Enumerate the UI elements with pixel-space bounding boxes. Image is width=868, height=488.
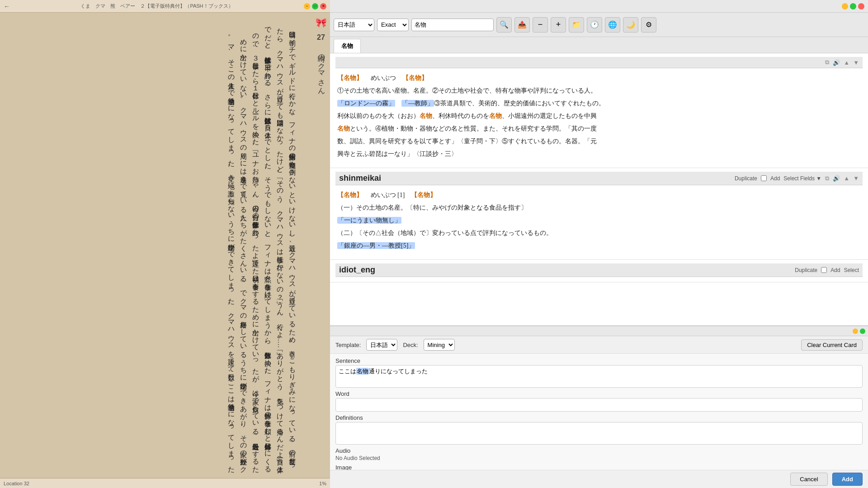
add-button[interactable]: Add <box>832 473 863 486</box>
definitions-input[interactable] <box>335 422 863 445</box>
entry1-word-kanji: 【名物】 <box>337 75 363 81</box>
chapter-label: 噂のクマさん <box>316 50 326 90</box>
dict-titlebar <box>330 0 868 13</box>
tab-meibutsu[interactable]: 名物 <box>334 39 361 53</box>
entry2-def1: （一）その土地の名産。〔特に、みやげの対象となる食品を指す〕 <box>337 202 861 214</box>
page-number: 27 <box>317 33 325 42</box>
dict-entry-2: shinmeikai Duplicate Add Select Fields ▼… <box>330 168 868 260</box>
language-select[interactable]: 日本語 <box>334 19 374 31</box>
anki-footer: Cancel Add <box>330 470 868 488</box>
add-label: Add <box>770 175 780 182</box>
entry1-def2: 「ロンドン—の霧」 「—教師」③茶道具類で、美術的、歴史的価値においてすぐれたも… <box>337 97 861 110</box>
entry2-word-kanji-2: 【名物】 <box>411 192 436 198</box>
book-title: くま クマ 熊 ベアー ２【電子版特典付】（PASH！ブックス） <box>10 3 304 9</box>
entry1-word-reading: めいぶつ <box>371 75 396 81</box>
sentence-label: Sentence <box>335 357 863 364</box>
word-input[interactable] <box>335 398 863 412</box>
history-button[interactable]: 🕐 <box>587 17 602 33</box>
moon-button[interactable]: 🌙 <box>623 17 638 33</box>
entry3-duplicate-label: Duplicate <box>795 267 817 273</box>
entry1-def1: ①その土地で名高い産物。名産。②その土地や社会で、特有な物事や評判になっている人… <box>337 84 861 97</box>
export-button[interactable]: 📤 <box>514 17 530 33</box>
entry2-def4: 「銀座の—男・—教授[5]」 <box>337 239 861 252</box>
entry2-icon-scroll-up[interactable]: ▲ <box>844 175 849 182</box>
select-fields-label: Select Fields ▼ <box>783 175 821 182</box>
ebook-titlebar: ← くま クマ 熊 ベアー ２【電子版特典付】（PASH！ブックス） − □ ✕ <box>0 0 330 13</box>
anki-titlebar <box>330 326 868 336</box>
entry1-controls: ⧉ 🔊 ▲ ▼ <box>825 59 859 66</box>
dict-toolbar: 日本語 Exact 🔍 📤 − + 📁 🕐 🌐 🌙 ⚙ <box>330 13 868 37</box>
entry2-text: 【名物】 めいぶつ [1] 【名物】 （一）その土地の名産。〔特に、みやげの対象… <box>335 185 863 256</box>
book-sidebar: 🎀 27 噂のクマさん <box>312 13 330 478</box>
search-input[interactable] <box>411 19 494 31</box>
audio-label: Audio <box>335 447 863 454</box>
anki-minimize-btn[interactable] <box>853 328 858 334</box>
entry1-def4: 名物という。④植物・動物・器物などの名と性質。また、それを研究する学問。「其の一… <box>337 122 861 135</box>
clear-card-button[interactable]: Clear Current Card <box>801 339 863 351</box>
settings-button[interactable]: ⚙ <box>641 17 656 33</box>
entry2-def3: （二）〔その△社会（地域）で〕変わっている点で評判になっているもの。 <box>337 227 861 239</box>
percent-info: 1% <box>319 481 326 486</box>
globe-button[interactable]: 🌐 <box>605 17 620 33</box>
entry2-source: shinmeikai <box>339 174 381 183</box>
definitions-section: Definitions <box>335 414 863 445</box>
zoom-in-button[interactable]: + <box>551 17 566 33</box>
entry1-icon-resize[interactable]: ⧉ <box>825 59 829 66</box>
entry2-icon-scroll-down[interactable]: ▼ <box>853 175 859 182</box>
ebook-statusbar: Location 32 1% <box>0 478 330 488</box>
dict-tabs: 名物 <box>330 37 868 53</box>
book-content: 明日は朝イチでギルドに行くかな。フィナの解体用の魔物も倒さないといけないし。最近… <box>0 13 330 478</box>
deck-select[interactable]: Mining <box>424 339 455 351</box>
window-controls: − □ ✕ <box>304 3 326 9</box>
book-text-content: 明日は朝イチでギルドに行くかな。フィナの解体用の魔物も倒さないといけないし。最近… <box>228 22 296 469</box>
duplicate-checkbox[interactable] <box>761 175 767 181</box>
sentence-section: Sentence ここは名物通りになってしまった <box>335 357 863 388</box>
entry3-add-label: Add <box>830 267 840 273</box>
entry2-word-reading: めいぶつ [1] <box>371 192 405 198</box>
template-select[interactable]: 日本語 <box>366 339 397 351</box>
entry3-header: idiot_eng Duplicate Add Select <box>335 263 863 277</box>
dict-entry-1: ⧉ 🔊 ▲ ▼ 【名物】 めいぶつ 【名物】 ①その土地で名高い産物。名産。②そ… <box>330 53 868 168</box>
location-info: Location 32 <box>4 481 29 486</box>
entry2-icon-resize[interactable]: ⧉ <box>825 175 829 182</box>
entry2-header: shinmeikai Duplicate Add Select Fields ▼… <box>335 172 863 185</box>
entry2-def2: 「一にうまい物無し」 <box>337 214 861 227</box>
image-section: Image No Image Selected <box>335 464 863 470</box>
entry1-def6: 興寺と云ふ碧琵は一なり」〈江談抄・三〉 <box>337 148 861 160</box>
entry3-controls: Duplicate Add Select <box>795 267 859 273</box>
search-button[interactable]: 🔍 <box>496 17 512 33</box>
entry2-icon-speaker[interactable]: 🔊 <box>833 175 840 182</box>
entry1-def3: 利休以前のものを大（おお）名物、利休時代のものを名物、小堀遠州の選定したものを中… <box>337 110 861 122</box>
dict-close-button[interactable] <box>858 3 864 9</box>
entry1-icon-scroll-up[interactable]: ▲ <box>844 59 849 66</box>
entry3-duplicate-checkbox[interactable] <box>821 267 827 273</box>
folder-button[interactable]: 📁 <box>569 17 584 33</box>
bookmark-icon[interactable]: 🎀 <box>316 17 327 28</box>
zoom-out-button[interactable]: − <box>533 17 548 33</box>
dict-results: ⧉ 🔊 ▲ ▼ 【名物】 めいぶつ 【名物】 ①その土地で名高い産物。名産。②そ… <box>330 53 868 325</box>
sentence-input[interactable]: ここは名物通りになってしまった <box>335 365 863 388</box>
entry1-word-kanji-2: 【名物】 <box>402 75 428 81</box>
dict-maximize-button[interactable] <box>850 3 856 9</box>
entry2-controls: Duplicate Add Select Fields ▼ ⧉ 🔊 ▲ ▼ <box>735 175 859 182</box>
anki-panel: Template: 日本語 Deck: Mining Clear Current… <box>330 325 868 488</box>
match-select[interactable]: Exact <box>377 19 409 31</box>
audio-info: No Audio Selected <box>335 455 863 461</box>
minimize-button[interactable]: − <box>304 3 310 9</box>
entry3-select-fields-label: Select <box>844 267 859 273</box>
dict-minimize-button[interactable] <box>842 3 848 9</box>
back-arrow[interactable]: ← <box>4 3 10 10</box>
entry1-icon-speaker[interactable]: 🔊 <box>833 59 840 66</box>
word-section: Word <box>335 390 863 412</box>
book-text: 明日は朝イチでギルドに行くかな。フィナの解体用の魔物も倒さないといけないし。最近… <box>0 13 312 478</box>
anki-maximize-btn[interactable] <box>860 328 865 334</box>
template-label: Template: <box>335 342 361 348</box>
entry1-icon-scroll-down[interactable]: ▼ <box>853 59 859 66</box>
maximize-button[interactable]: □ <box>312 3 318 9</box>
ebook-reader: ← くま クマ 熊 ベアー ２【電子版特典付】（PASH！ブックス） − □ ✕… <box>0 0 330 488</box>
close-button[interactable]: ✕ <box>320 3 326 9</box>
entry1-header: ⧉ 🔊 ▲ ▼ <box>335 57 863 68</box>
cancel-button[interactable]: Cancel <box>790 473 827 486</box>
image-label: Image <box>335 464 863 470</box>
deck-label: Deck: <box>403 342 418 348</box>
